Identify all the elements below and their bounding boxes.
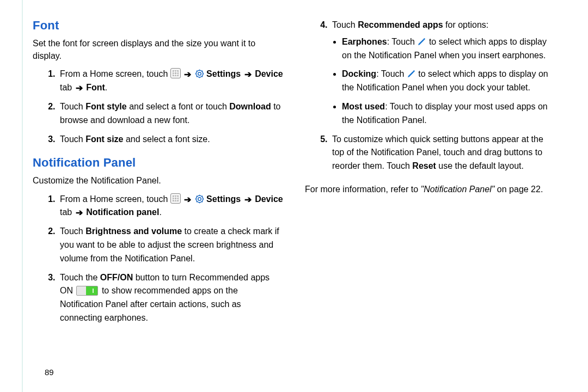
- arrow-icon: ➔: [75, 206, 84, 220]
- arrow-icon: ➔: [183, 68, 192, 82]
- text: and select a font or touch: [127, 102, 230, 111]
- settings-icon: [195, 194, 204, 204]
- settings-label: Settings: [206, 69, 241, 78]
- text: and select a font size.: [123, 134, 210, 144]
- np-step-5: To customize which quick setting buttons…: [330, 133, 555, 173]
- text: From a Home screen, touch: [60, 194, 170, 204]
- text-bold: Font style: [85, 102, 127, 111]
- option-earphones: Earphones: Touch to select which apps to…: [342, 35, 555, 63]
- np-lead: Customize the Notification Panel.: [33, 174, 283, 187]
- font-lead: Set the font for screen displays and the…: [33, 37, 283, 62]
- apps-icon: [170, 68, 181, 78]
- np-step-2: Touch Brightness and volume to create a …: [58, 225, 283, 265]
- font-step-2: Touch Font style and select a font or to…: [58, 100, 283, 127]
- settings-label: Settings: [206, 194, 241, 204]
- arrow-icon: ➔: [243, 193, 253, 207]
- np-target: Notification panel: [86, 207, 159, 217]
- right-column: Touch Recommended apps for options: Earp…: [299, 19, 566, 392]
- text: Touch: [60, 226, 85, 236]
- option-label: Earphones: [342, 37, 387, 46]
- text: : Touch: [387, 37, 418, 46]
- cross-reference: For more information, refer to "Notifica…: [305, 183, 555, 196]
- text-bold: Brightness and volume: [85, 226, 182, 236]
- text: tab: [60, 83, 75, 92]
- svg-line-17: [201, 201, 202, 201]
- arrow-icon: ➔: [243, 68, 253, 82]
- text-bold: OFF/ON: [100, 273, 133, 282]
- font-step-1: From a Home screen, touch ➔ Settings ➔ D…: [58, 68, 283, 95]
- svg-line-16: [196, 195, 197, 196]
- text: for options:: [443, 20, 489, 29]
- text: Touch the: [60, 273, 100, 282]
- page-number: 89: [45, 367, 54, 377]
- svg-line-6: [196, 71, 197, 71]
- font-step-3: Touch Font size and select a font size.: [58, 133, 283, 146]
- ref-title: "Notification Panel": [421, 185, 495, 194]
- np-step-1: From a Home screen, touch ➔ Settings ➔ D…: [58, 193, 283, 220]
- text: From a Home screen, touch: [60, 69, 170, 78]
- option-most-used: Most used: Touch to display your most us…: [342, 100, 555, 127]
- left-column: Font Set the font for screen displays an…: [33, 19, 299, 392]
- gutter-line: [22, 0, 23, 392]
- device-label: Device: [255, 194, 283, 204]
- svg-line-18: [196, 201, 197, 201]
- text-bold: Font size: [85, 134, 123, 144]
- svg-line-19: [201, 195, 202, 196]
- text: tab: [60, 207, 75, 217]
- np-steps-continued: Touch Recommended apps for options: Earp…: [305, 19, 555, 173]
- settings-icon: [195, 69, 204, 78]
- svg-line-7: [201, 76, 202, 77]
- svg-point-1: [198, 72, 201, 76]
- np-step-3: Touch the OFF/ON button to turn Recommen…: [58, 271, 283, 325]
- text: Touch: [60, 102, 85, 111]
- toggle-on-icon: [76, 286, 98, 296]
- arrow-icon: ➔: [183, 193, 192, 207]
- heading-notification-panel: Notification Panel: [33, 156, 283, 170]
- text-bold: Download: [229, 102, 271, 111]
- svg-line-8: [196, 76, 197, 77]
- text: use the default layout.: [436, 161, 524, 170]
- text: Touch: [60, 134, 85, 144]
- option-docking: Docking: Touch to select which apps to d…: [342, 68, 555, 95]
- text-bold: Recommended apps: [358, 20, 443, 29]
- device-label: Device: [255, 69, 283, 78]
- font-target: Font: [86, 83, 105, 92]
- text: Touch: [332, 20, 358, 29]
- heading-font: Font: [33, 19, 283, 33]
- text: on page 22.: [494, 185, 543, 194]
- option-label: Most used: [342, 102, 385, 111]
- manual-page: Font Set the font for screen displays an…: [0, 0, 588, 392]
- option-label: Docking: [342, 69, 376, 78]
- svg-line-9: [201, 71, 202, 71]
- arrow-icon: ➔: [75, 82, 84, 95]
- np-steps: From a Home screen, touch ➔ Settings ➔ D…: [33, 193, 283, 325]
- np-step-4: Touch Recommended apps for options: Earp…: [330, 19, 555, 127]
- apps-icon: [170, 193, 181, 204]
- text: : Touch: [376, 69, 407, 78]
- svg-point-11: [198, 197, 201, 200]
- font-steps: From a Home screen, touch ➔ Settings ➔ D…: [33, 68, 283, 146]
- recommended-apps-options: Earphones: Touch to select which apps to…: [332, 35, 555, 127]
- pencil-icon: [417, 37, 426, 46]
- pencil-icon: [407, 69, 416, 78]
- text: For more information, refer to: [305, 185, 421, 194]
- text-bold: Reset: [412, 161, 436, 170]
